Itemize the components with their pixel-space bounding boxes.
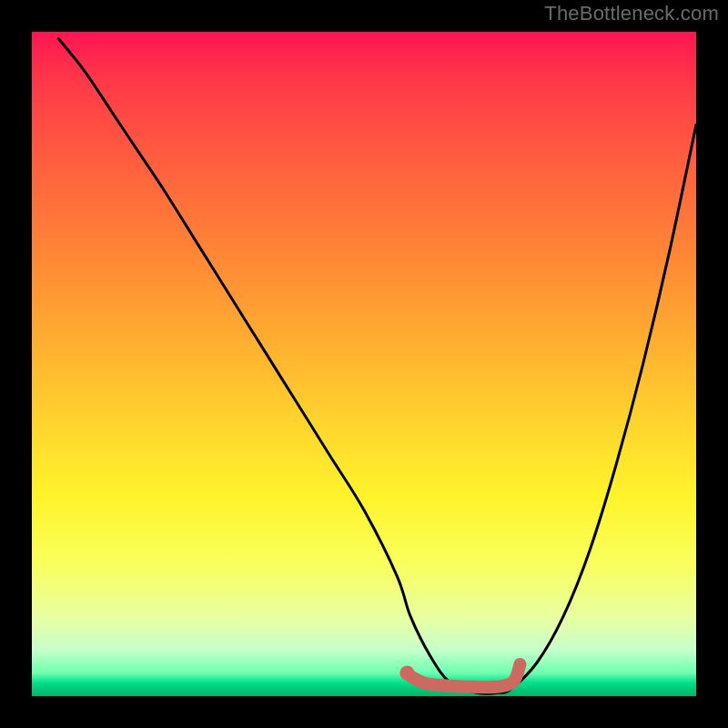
chart-frame: TheBottleneck.com (0, 0, 728, 728)
bottleneck-curve (58, 38, 696, 693)
watermark-text: TheBottleneck.com (544, 2, 719, 25)
optimal-marker-line (410, 664, 520, 687)
plot-area (32, 32, 696, 696)
chart-svg (32, 32, 696, 696)
optimal-marker-dot (399, 666, 414, 681)
